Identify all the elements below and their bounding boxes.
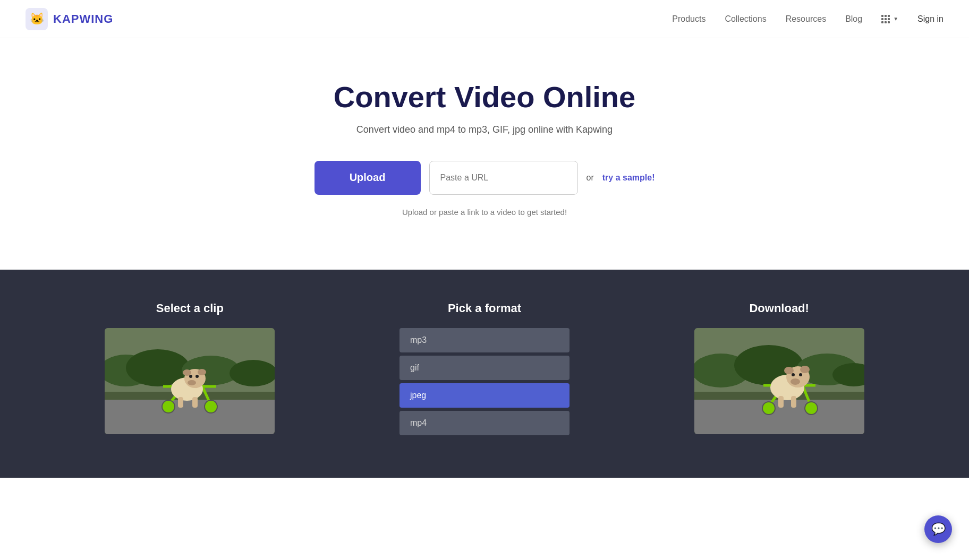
svg-point-11 (205, 400, 217, 413)
try-sample-link[interactable]: try a sample! (602, 173, 655, 183)
nav-blog[interactable]: Blog (845, 14, 862, 24)
svg-rect-6 (105, 400, 275, 434)
hint-text: Upload or paste a link to a video to get… (26, 208, 944, 217)
logo[interactable]: 🐱 KAPWING (26, 8, 113, 30)
or-text: or (586, 173, 594, 183)
nav-collections[interactable]: Collections (725, 14, 766, 24)
format-list: mp3 gif jpeg mp4 (400, 328, 570, 435)
svg-point-39 (784, 367, 794, 374)
clip-thumbnail-svg (105, 328, 275, 434)
bottom-section: Select a clip (0, 270, 969, 478)
download-thumbnail (694, 328, 864, 434)
svg-rect-20 (192, 397, 198, 408)
svg-point-17 (183, 369, 191, 376)
svg-point-14 (188, 380, 196, 385)
svg-point-16 (196, 375, 199, 378)
step-1-title: Select a clip (156, 301, 224, 315)
logo-icon: 🐱 (26, 8, 48, 30)
step-select-clip: Select a clip (42, 301, 337, 434)
logo-text: KAPWING (53, 12, 113, 26)
format-mp3[interactable]: mp3 (400, 328, 570, 352)
svg-rect-19 (178, 397, 183, 408)
nav-resources[interactable]: Resources (786, 14, 826, 24)
svg-point-15 (189, 375, 192, 378)
url-input[interactable] (429, 161, 578, 195)
svg-point-40 (800, 366, 810, 373)
signin-link[interactable]: Sign in (917, 14, 944, 24)
chevron-down-icon: ▼ (893, 16, 898, 22)
format-mp4[interactable]: mp4 (400, 411, 570, 435)
apps-grid-button[interactable]: ▼ (881, 15, 898, 23)
hero-section: Convert Video Online Convert video and m… (0, 38, 969, 270)
step-pick-format: Pick a format mp3 gif jpeg mp4 (337, 301, 632, 435)
svg-point-33 (805, 402, 818, 415)
navbar: 🐱 KAPWING Products Collections Resources… (0, 0, 969, 38)
format-gif[interactable]: gif (400, 356, 570, 380)
hero-actions: Upload or try a sample! (26, 161, 944, 195)
svg-point-10 (162, 400, 175, 413)
format-jpeg[interactable]: jpeg (400, 383, 570, 408)
clip-thumbnail (105, 328, 275, 434)
apps-icon (881, 15, 890, 23)
svg-point-36 (790, 378, 800, 385)
svg-rect-41 (778, 396, 784, 408)
svg-point-32 (762, 402, 775, 415)
svg-point-37 (792, 373, 795, 376)
step-3-title: Download! (749, 301, 809, 315)
step-2-title: Pick a format (448, 301, 521, 315)
svg-rect-42 (791, 396, 796, 408)
download-thumbnail-svg (694, 328, 864, 434)
nav-links: Products Collections Resources Blog ▼ Si… (672, 14, 944, 24)
nav-products[interactable]: Products (672, 14, 706, 24)
svg-point-18 (198, 369, 206, 375)
hero-title: Convert Video Online (26, 81, 944, 114)
upload-button[interactable]: Upload (314, 161, 421, 195)
svg-point-38 (799, 373, 802, 376)
hero-subtitle: Convert video and mp4 to mp3, GIF, jpg o… (26, 124, 944, 135)
step-download: Download! (632, 301, 926, 434)
